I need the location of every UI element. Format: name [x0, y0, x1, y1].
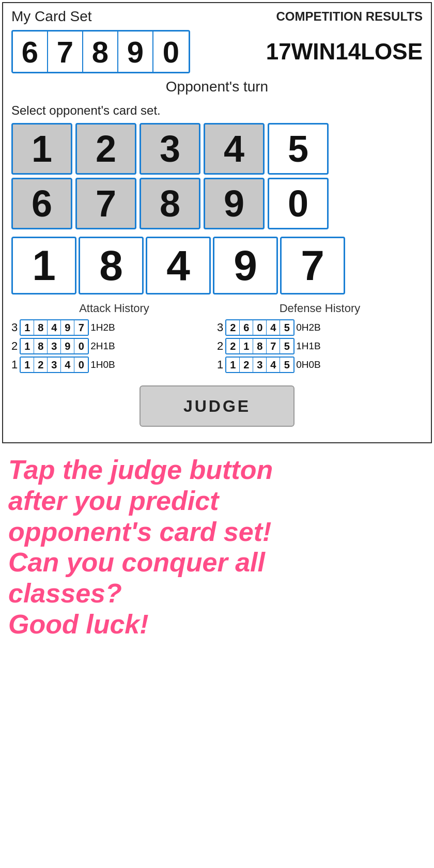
attack-row-3: 3 1 8 4 9 7 1H2B	[11, 319, 217, 336]
defense-history-header: Defense History	[217, 302, 423, 315]
card-4[interactable]: 4	[204, 123, 265, 175]
d2-d2: 1	[240, 339, 253, 353]
defense-row-2: 2 2 1 8 7 5 1H1B	[217, 338, 423, 354]
attack-round-3: 3	[11, 321, 18, 334]
card-7[interactable]: 7	[75, 178, 136, 229]
a3-d1: 1	[21, 320, 34, 335]
my-card-set-display: 6 7 8 9 0	[11, 30, 190, 73]
attack-history: 3 1 8 4 9 7 1H2B 2 1 8 3	[11, 319, 217, 373]
d1-d4: 4	[267, 358, 280, 372]
selected-card-3: 4	[146, 237, 211, 295]
defense-history: 3 2 6 0 4 5 0H2B 2 2 1 8	[217, 319, 423, 373]
win-lose-display: 17WIN14LOSE	[266, 39, 423, 65]
card-2[interactable]: 2	[75, 123, 136, 175]
judge-button[interactable]: JUDGE	[140, 385, 295, 427]
defense-cards-1: 1 2 3 4 5	[225, 357, 295, 373]
selected-card-4: 9	[213, 237, 278, 295]
defense-round-1: 1	[217, 358, 223, 371]
d2-d3: 8	[253, 339, 267, 353]
my-digit-1: 6	[13, 32, 48, 72]
defense-round-2: 2	[217, 339, 223, 353]
attack-round-2: 2	[11, 339, 18, 353]
defense-row-1: 1 1 2 3 4 5 0H0B	[217, 357, 423, 373]
card-6[interactable]: 6	[11, 178, 72, 229]
selected-card-5: 7	[280, 237, 345, 295]
a3-d3: 4	[48, 320, 61, 335]
a3-d2: 8	[34, 320, 48, 335]
card-5[interactable]: 5	[268, 123, 329, 175]
my-digit-2: 7	[48, 32, 83, 72]
d1-d2: 2	[240, 358, 253, 372]
attack-round-1: 1	[11, 358, 18, 371]
card-3[interactable]: 3	[140, 123, 200, 175]
competition-results-label: COMPETITION RESULTS	[276, 9, 423, 24]
d3-d1: 2	[226, 320, 240, 335]
d1-d5: 5	[280, 358, 293, 372]
a2-d4: 9	[61, 339, 74, 353]
my-digit-4: 9	[118, 32, 153, 72]
d1-d3: 3	[253, 358, 267, 372]
a2-d2: 8	[34, 339, 48, 353]
judge-btn-row: JUDGE	[11, 385, 423, 427]
attack-row-1: 1 1 2 3 4 0 1H0B	[11, 357, 217, 373]
opponent-turn-label: Opponent's turn	[11, 79, 423, 95]
defense-result-1: 0H0B	[296, 359, 321, 370]
main-container: My Card Set COMPETITION RESULTS 6 7 8 9 …	[0, 2, 434, 645]
defense-row-3: 3 2 6 0 4 5 0H2B	[217, 319, 423, 336]
card-grid: 1 2 3 4 5 6 7 8 9 0	[11, 123, 423, 229]
game-panel: My Card Set COMPETITION RESULTS 6 7 8 9 …	[2, 2, 432, 443]
instruction-panel: Tap the judge button after you predict o…	[0, 445, 434, 645]
a2-d1: 1	[21, 339, 34, 353]
attack-history-header: Attack History	[11, 302, 217, 315]
card-row-2: 6 7 8 9 0	[11, 178, 423, 229]
defense-result-3: 0H2B	[296, 322, 321, 333]
d3-d3: 0	[253, 320, 267, 335]
selected-cards-row: 1 8 4 9 7	[11, 237, 423, 295]
a3-d5: 7	[74, 320, 88, 335]
history-headers: Attack History Defense History	[11, 302, 423, 315]
d2-d4: 7	[267, 339, 280, 353]
selected-card-1: 1	[11, 237, 76, 295]
card-0[interactable]: 0	[268, 178, 329, 229]
attack-cards-1: 1 2 3 4 0	[20, 357, 89, 373]
card-9[interactable]: 9	[204, 178, 265, 229]
card-row-1: 1 2 3 4 5	[11, 123, 423, 175]
a2-d5: 0	[74, 339, 88, 353]
attack-result-1: 1H0B	[90, 359, 115, 370]
a1-d3: 3	[48, 358, 61, 372]
my-card-set-label: My Card Set	[11, 8, 92, 25]
attack-row-2: 2 1 8 3 9 0 2H1B	[11, 338, 217, 354]
d2-d1: 2	[226, 339, 240, 353]
attack-cards-2: 1 8 3 9 0	[20, 338, 89, 354]
attack-cards-3: 1 8 4 9 7	[20, 319, 89, 336]
top-row: 6 7 8 9 0 17WIN14LOSE	[11, 30, 423, 73]
attack-result-3: 1H2B	[90, 322, 115, 333]
d3-d4: 4	[267, 320, 280, 335]
a1-d5: 0	[74, 358, 88, 372]
a2-d3: 3	[48, 339, 61, 353]
d3-d5: 5	[280, 320, 293, 335]
a3-d4: 9	[61, 320, 74, 335]
a1-d2: 2	[34, 358, 48, 372]
selected-card-2: 8	[79, 237, 144, 295]
attack-result-2: 2H1B	[90, 340, 115, 352]
select-label: Select opponent's card set.	[11, 103, 423, 118]
my-digit-3: 8	[83, 32, 118, 72]
defense-cards-2: 2 1 8 7 5	[225, 338, 295, 354]
d2-d5: 5	[280, 339, 293, 353]
a1-d4: 4	[61, 358, 74, 372]
card-1[interactable]: 1	[11, 123, 72, 175]
defense-round-3: 3	[217, 321, 223, 334]
d3-d2: 6	[240, 320, 253, 335]
defense-result-2: 1H1B	[296, 340, 321, 352]
card-8[interactable]: 8	[140, 178, 200, 229]
a1-d1: 1	[21, 358, 34, 372]
my-digit-5: 0	[153, 32, 189, 72]
d1-d1: 1	[226, 358, 240, 372]
defense-cards-3: 2 6 0 4 5	[225, 319, 295, 336]
header-row: My Card Set COMPETITION RESULTS	[11, 8, 423, 25]
history-rows: 3 1 8 4 9 7 1H2B 2 1 8 3	[11, 319, 423, 373]
instruction-text: Tap the judge button after you predict o…	[8, 455, 426, 640]
